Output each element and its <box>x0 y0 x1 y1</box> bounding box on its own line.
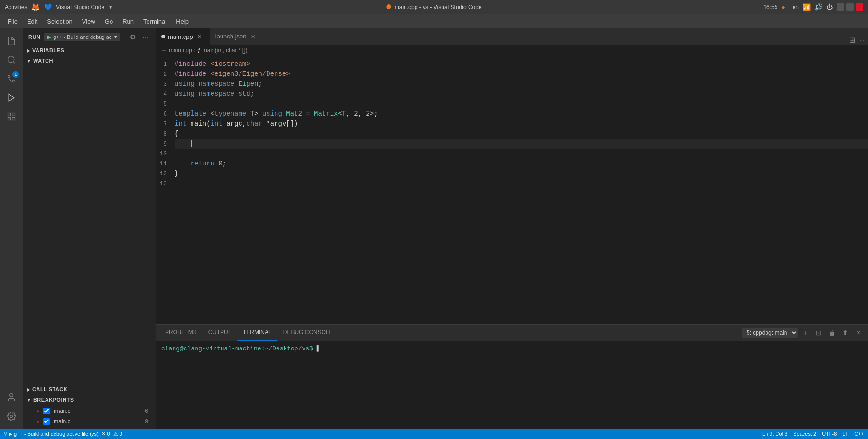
activity-extensions[interactable] <box>3 108 20 125</box>
activity-search[interactable] <box>3 51 20 68</box>
breakpoint-dot-1: ● <box>36 408 39 414</box>
variables-arrow: ▶ <box>27 48 30 53</box>
encoding-label: UTF-8 <box>822 431 837 437</box>
menu-selection[interactable]: Selection <box>43 17 76 26</box>
main-layout: 1 <box>0 28 868 429</box>
editor-actions: ⊞ ··· <box>263 36 868 45</box>
breadcrumb-file[interactable]: main.cpp <box>169 47 192 54</box>
terminal-selector[interactable]: 5: cppdbg: main <box>742 328 798 338</box>
maximize-panel-button[interactable]: ⬆ <box>840 327 851 338</box>
code-line-12: 12 } <box>156 169 868 179</box>
add-terminal-button[interactable]: + <box>800 327 811 338</box>
activity-account[interactable] <box>3 389 20 406</box>
watch-title: WATCH <box>33 58 53 64</box>
recording-dot: ● <box>781 4 785 10</box>
breakpoints-section-header[interactable]: ▼ BREAKPOINTS <box>23 394 156 405</box>
status-bar-right: Ln 9, Col 3 Spaces: 2 UTF-8 LF C++ <box>762 431 864 437</box>
split-editor-button[interactable]: ⊞ <box>849 36 855 45</box>
activity-explorer[interactable] <box>3 32 20 49</box>
breadcrumb-function[interactable]: main(int, char * []) <box>203 47 248 54</box>
code-line-10: 10 <box>156 149 868 159</box>
status-errors[interactable]: ✕ 0 ⚠ 0 <box>102 431 122 437</box>
tab-main-cpp[interactable]: main.cpp × <box>156 28 210 45</box>
lang-display: en <box>793 4 799 10</box>
tab-launch-json[interactable]: launch.json × <box>210 28 263 45</box>
play-icon: ▶ <box>47 34 51 40</box>
menu-help[interactable]: Help <box>172 17 193 26</box>
svg-rect-5 <box>8 113 11 116</box>
tab-main-cpp-close[interactable]: × <box>196 33 203 40</box>
window-controls[interactable] <box>837 3 863 11</box>
breakpoint-item-1[interactable]: ● main.c 6 <box>34 406 156 416</box>
activity-bar: 1 <box>0 28 23 429</box>
panel-tab-problems[interactable]: PROBLEMS <box>159 325 203 341</box>
status-encoding[interactable]: UTF-8 <box>822 431 837 437</box>
panel-tab-terminal[interactable]: TERMINAL <box>237 325 277 341</box>
editor-area: main.cpp × launch.json × ⊞ ··· ← main.cp… <box>156 28 868 429</box>
status-branch-name: ▶ <box>9 431 12 437</box>
breakpoints-list: ● main.c 6 ● main.c 9 <box>23 405 156 429</box>
status-language[interactable]: C++ <box>854 431 864 437</box>
minimize-button[interactable] <box>837 3 844 11</box>
activities-label[interactable]: Activities <box>5 4 27 10</box>
run-config-name: g++ - Build and debug ac <box>53 34 111 40</box>
app-name[interactable]: Visual Studio Code <box>56 4 104 10</box>
svg-line-1 <box>13 62 15 64</box>
close-panel-button[interactable]: × <box>853 327 864 338</box>
status-position[interactable]: Ln 9, Col 3 <box>762 431 787 437</box>
menu-terminal[interactable]: Terminal <box>139 17 170 26</box>
run-config-selector[interactable]: ▶ g++ - Build and debug ac ▼ <box>44 33 120 41</box>
code-line-6: 6 template <typename T> using Mat2 = Mat… <box>156 109 868 119</box>
menu-edit[interactable]: Edit <box>23 17 41 26</box>
text-cursor <box>191 140 192 147</box>
svg-point-3 <box>8 75 10 78</box>
activity-debug[interactable] <box>3 89 20 106</box>
menu-file[interactable]: File <box>4 17 21 26</box>
maximize-button[interactable] <box>846 3 854 11</box>
menu-view[interactable]: View <box>78 17 99 26</box>
terminal-prompt: clang@clang-virtual-machine:~/Desktop/vs… <box>161 345 317 352</box>
menu-go[interactable]: Go <box>101 17 117 26</box>
volume-icon: 🔊 <box>814 3 822 11</box>
watch-section-header[interactable]: ▼ WATCH <box>23 55 156 66</box>
sidebar-spacer <box>23 66 156 384</box>
svg-rect-8 <box>8 118 11 120</box>
more-actions-button[interactable]: ··· <box>140 32 150 42</box>
breakpoint-checkbox-2[interactable] <box>43 418 50 425</box>
cursor-position: Ln 9, Col 3 <box>762 431 787 437</box>
menu-run[interactable]: Run <box>119 17 138 26</box>
status-bar-left: ⑂ ▶ g++ - Build and debug active file (v… <box>4 431 122 437</box>
panel-content: clang@clang-virtual-machine:~/Desktop/vs… <box>156 341 868 429</box>
status-eol[interactable]: LF <box>842 431 849 437</box>
close-button[interactable] <box>856 3 863 11</box>
tab-launch-json-close[interactable]: × <box>249 33 257 40</box>
breadcrumb-back-icon[interactable]: ← <box>161 47 167 54</box>
more-editor-actions-button[interactable]: ··· <box>858 36 864 45</box>
breadcrumb-sep: › <box>194 47 196 54</box>
panel-tabs: PROBLEMS OUTPUT TERMINAL DEBUG CONSOLE 5… <box>156 325 868 341</box>
status-branch[interactable]: ⑂ ▶ g++ - Build and debug active file (v… <box>4 431 99 437</box>
settings-gear-button[interactable]: ⚙ <box>128 32 138 42</box>
delete-terminal-button[interactable]: 🗑 <box>826 327 838 338</box>
svg-point-10 <box>10 415 13 418</box>
svg-rect-6 <box>12 113 15 116</box>
sidebar-run-header: RUN ▶ g++ - Build and debug ac ▼ ⚙ ··· <box>23 28 156 45</box>
status-spaces[interactable]: Spaces: 2 <box>793 431 816 437</box>
network-icon: 📶 <box>803 3 811 11</box>
run-controls: RUN ▶ g++ - Build and debug ac ▼ <box>28 33 120 41</box>
dropdown-arrow: ▼ <box>108 5 113 10</box>
split-terminal-button[interactable]: ⊡ <box>813 327 824 338</box>
breakpoint-line-1: 6 <box>145 408 154 414</box>
variables-section-header[interactable]: ▶ VARIABLES <box>23 45 156 55</box>
panel-tab-debug-console[interactable]: DEBUG CONSOLE <box>277 325 339 341</box>
code-editor[interactable]: 1 #include <iostream> 2 #include <eigen3… <box>156 55 868 324</box>
call-stack-section-header[interactable]: ▶ CALL STACK <box>23 384 156 394</box>
breadcrumb: ← main.cpp › ƒ main(int, char * []) <box>156 45 868 55</box>
breakpoint-item-2[interactable]: ● main.c 9 <box>34 416 156 427</box>
eol-label: LF <box>842 431 849 437</box>
activity-settings[interactable] <box>3 408 20 425</box>
breakpoint-checkbox-1[interactable] <box>43 408 50 414</box>
activity-source-control[interactable]: 1 <box>3 70 20 87</box>
svg-rect-7 <box>12 118 15 120</box>
panel-tab-output[interactable]: OUTPUT <box>203 325 237 341</box>
